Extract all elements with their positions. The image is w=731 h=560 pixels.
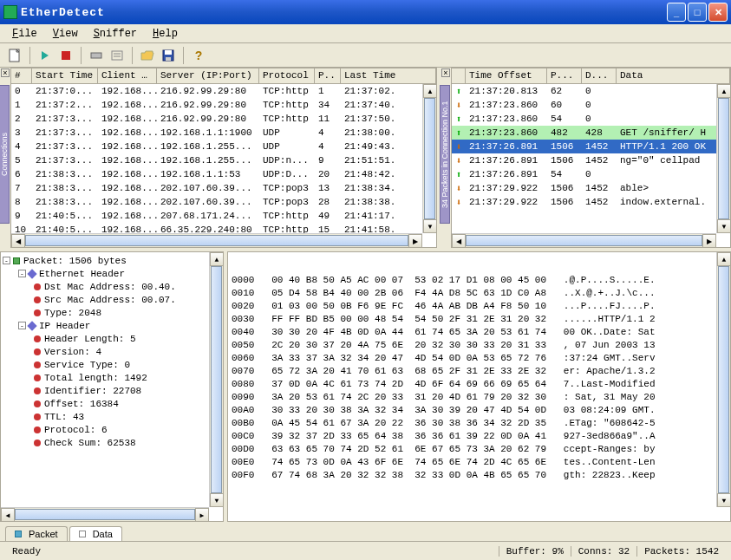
tree-field[interactable]: Header Length: 5 bbox=[3, 332, 221, 345]
table-row[interactable]: ⬇21:37:26.89115061452HTTP/1.1 200 OK bbox=[452, 140, 730, 153]
new-button[interactable] bbox=[5, 46, 24, 65]
table-row[interactable]: ⬆21:37:20.813620 bbox=[452, 84, 730, 98]
minimize-button[interactable]: _ bbox=[667, 3, 686, 22]
bottom-tabs: Packet Data bbox=[0, 522, 731, 541]
tree-field[interactable]: Total length: 1492 bbox=[3, 371, 221, 384]
col-starttime[interactable]: Start Time bbox=[32, 68, 98, 83]
filter-button[interactable] bbox=[108, 46, 127, 65]
scroll-up-icon[interactable]: ▲ bbox=[717, 252, 731, 266]
tree-field[interactable]: Check Sum: 62538 bbox=[3, 436, 221, 449]
menu-view[interactable]: View bbox=[46, 26, 85, 42]
connections-grid: # Start Time Client ... Server (IP:Port)… bbox=[10, 68, 437, 248]
scroll-right-icon[interactable]: ▶ bbox=[195, 508, 209, 522]
field-icon bbox=[34, 427, 41, 433]
col-number[interactable]: # bbox=[11, 68, 32, 83]
tree-ip-header[interactable]: -IP Header bbox=[3, 319, 221, 332]
table-row[interactable]: 521:37:3...192.168...192.168.1.255...UDP… bbox=[11, 153, 436, 167]
table-row[interactable]: 021:37:0...192.168...216.92.99.29:80TCP:… bbox=[11, 84, 436, 98]
menu-file[interactable]: File bbox=[5, 26, 44, 42]
tab-packet[interactable]: Packet bbox=[5, 526, 68, 541]
close-pane-icon[interactable]: × bbox=[1, 68, 10, 77]
scroll-left-icon[interactable]: ◀ bbox=[11, 234, 25, 247]
table-row[interactable]: ⬆21:37:26.891540 bbox=[452, 167, 730, 181]
arrow-up-icon: ⬆ bbox=[456, 86, 462, 97]
close-button[interactable]: ✕ bbox=[708, 3, 728, 22]
stop-button[interactable] bbox=[56, 46, 75, 65]
tree-eth-header[interactable]: -Ethernet Header bbox=[3, 267, 221, 280]
scrollbar-v[interactable]: ▲ ▼ bbox=[422, 84, 436, 233]
tree-field[interactable]: Protocol: 6 bbox=[3, 423, 221, 436]
packets-sidetab[interactable]: 34 Packets in Connection No.1 bbox=[440, 85, 450, 224]
connections-sidetab[interactable]: Connections bbox=[0, 85, 10, 224]
save-button[interactable] bbox=[159, 46, 178, 65]
scroll-down-icon[interactable]: ▼ bbox=[210, 493, 224, 507]
col-lasttime[interactable]: Last Time bbox=[341, 68, 436, 83]
tree-root[interactable]: -Packet: 1506 bytes bbox=[3, 254, 221, 267]
tab-data[interactable]: Data bbox=[69, 526, 122, 541]
scroll-right-icon[interactable]: ▶ bbox=[702, 234, 716, 247]
status-ready: Ready bbox=[5, 546, 499, 557]
table-row[interactable]: ⬇21:37:29.92215061452able> bbox=[452, 181, 730, 195]
col-timeoffset[interactable]: Time Offset bbox=[466, 68, 547, 83]
menu-sniffer[interactable]: Sniffer bbox=[87, 26, 144, 42]
table-row[interactable]: 121:37:2...192.168...216.92.99.29:80TCP:… bbox=[11, 98, 436, 112]
open-button[interactable] bbox=[138, 46, 157, 65]
col-server[interactable]: Server (IP:Port) bbox=[157, 68, 259, 83]
col-data[interactable]: Data bbox=[617, 68, 730, 83]
expander-icon[interactable]: - bbox=[18, 270, 26, 277]
table-row[interactable]: ⬇21:37:23.860600 bbox=[452, 98, 730, 112]
tree-field[interactable]: Service Type: 0 bbox=[3, 358, 221, 371]
table-row[interactable]: 921:40:5...192.168...207.68.171.24...TCP… bbox=[11, 209, 436, 223]
table-row[interactable]: 621:38:3...192.168...192.168.1.1:53UDP:D… bbox=[11, 167, 436, 181]
col-client[interactable]: Client ... bbox=[98, 68, 157, 83]
play-button[interactable] bbox=[36, 46, 55, 65]
help-button[interactable]: ? bbox=[189, 46, 208, 65]
scroll-left-icon[interactable]: ◀ bbox=[452, 234, 466, 247]
scroll-down-icon[interactable]: ▼ bbox=[717, 219, 730, 233]
tree-field[interactable]: Version: 4 bbox=[3, 345, 221, 358]
tree-field[interactable]: Offset: 16384 bbox=[3, 397, 221, 410]
table-row[interactable]: ⬇21:37:26.89115061452ng="0" cellpad bbox=[452, 153, 730, 167]
col-protocol[interactable]: Protocol bbox=[259, 68, 315, 83]
scrollbar-h[interactable]: ◀ ▶ bbox=[452, 233, 716, 247]
table-row[interactable]: 721:38:3...192.168...202.107.60.39...TCP… bbox=[11, 181, 436, 195]
table-row[interactable]: 421:37:3...192.168...192.168.1.255...UDP… bbox=[11, 140, 436, 153]
tree-field[interactable]: Dst Mac Address: 00.40. bbox=[3, 280, 221, 293]
scroll-left-icon[interactable]: ◀ bbox=[1, 508, 15, 522]
tree-field[interactable]: Src Mac Address: 00.07. bbox=[3, 293, 221, 306]
maximize-button[interactable]: □ bbox=[688, 3, 707, 22]
scroll-right-icon[interactable]: ▶ bbox=[408, 234, 422, 247]
scrollbar-v[interactable]: ▲ ▼ bbox=[716, 252, 730, 507]
tree-field[interactable]: TTL: 43 bbox=[3, 410, 221, 423]
close-pane-icon[interactable]: × bbox=[441, 68, 450, 77]
table-row[interactable]: 221:37:3...192.168...216.92.99.29:80TCP:… bbox=[11, 112, 436, 126]
menu-help[interactable]: Help bbox=[146, 26, 185, 42]
scrollbar-v[interactable]: ▲ ▼ bbox=[209, 252, 223, 507]
scroll-down-icon[interactable]: ▼ bbox=[717, 493, 731, 507]
tree-field[interactable]: Identifier: 22708 bbox=[3, 384, 221, 397]
hex-line: 0010 05 D4 58 B4 40 00 2B 06 F4 4A D8 5C… bbox=[232, 288, 727, 301]
col-p2[interactable]: P... bbox=[547, 68, 582, 83]
scrollbar-v[interactable]: ▲ ▼ bbox=[716, 84, 730, 233]
table-row[interactable]: 821:38:3...192.168...202.107.60.39...TCP… bbox=[11, 195, 436, 209]
col-p[interactable]: P.. bbox=[315, 68, 341, 83]
app-icon bbox=[3, 5, 17, 19]
table-row[interactable]: ⬇21:37:29.92215061452indow.external. bbox=[452, 195, 730, 209]
col-dir[interactable] bbox=[452, 68, 466, 83]
table-row[interactable]: 321:37:3...192.168...192.168.1.1:1900UDP… bbox=[11, 126, 436, 140]
hex-dump[interactable]: 0000 00 40 B8 50 A5 AC 00 07 53 02 17 D1… bbox=[227, 251, 731, 522]
status-conns: Conns: 32 bbox=[571, 546, 636, 557]
scroll-up-icon[interactable]: ▲ bbox=[423, 84, 436, 98]
adapter-button[interactable] bbox=[87, 46, 106, 65]
scroll-up-icon[interactable]: ▲ bbox=[717, 84, 730, 98]
col-d[interactable]: D... bbox=[582, 68, 617, 83]
expander-icon[interactable]: - bbox=[3, 257, 10, 264]
scrollbar-h[interactable]: ◀ ▶ bbox=[11, 233, 422, 247]
scroll-down-icon[interactable]: ▼ bbox=[423, 219, 436, 233]
expander-icon[interactable]: - bbox=[18, 322, 26, 329]
table-row[interactable]: ⬆21:37:23.860482428GET /sniffer/ H bbox=[452, 126, 730, 140]
table-row[interactable]: ⬆21:37:23.860540 bbox=[452, 112, 730, 126]
scrollbar-h[interactable]: ◀ ▶ bbox=[1, 507, 209, 521]
tree-field[interactable]: Type: 2048 bbox=[3, 306, 221, 319]
scroll-up-icon[interactable]: ▲ bbox=[210, 252, 224, 266]
